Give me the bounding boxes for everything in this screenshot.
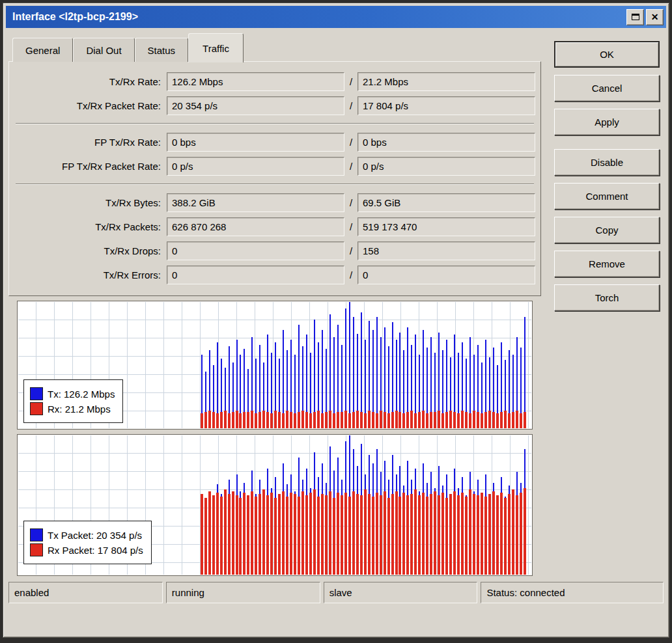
rx-bar xyxy=(484,497,487,575)
rx-bar xyxy=(282,413,285,428)
rx-bar xyxy=(333,413,335,428)
slash-separator: / xyxy=(344,245,357,256)
rx-bar xyxy=(309,493,312,575)
tx-rx-bytes-tx-value: 388.2 GiB xyxy=(167,193,344,212)
rx-bar xyxy=(224,489,227,575)
rx-bar xyxy=(301,411,304,428)
rx-bar xyxy=(274,498,277,575)
fp-tx-rx-rate-tx-value: 0 bps xyxy=(167,133,344,152)
tx-rx-errors-tx-value: 0 xyxy=(167,266,344,284)
rx-bar xyxy=(255,497,257,575)
comment-button[interactable]: Comment xyxy=(554,183,660,210)
packet-rate-graph: Tx Packet: 20 354 p/sRx Packet: 17 804 p… xyxy=(17,434,533,576)
rx-bar xyxy=(481,493,483,575)
titlebar[interactable]: Interface <l2tp-bcp-2199> ✕ xyxy=(6,6,666,28)
rx-bar xyxy=(391,412,394,428)
tab-dial-out[interactable]: Dial Out xyxy=(73,38,134,62)
rx-bar xyxy=(251,491,253,575)
group-separator xyxy=(16,184,534,185)
rx-bar xyxy=(278,412,281,428)
field-row-tx-rx-rate: Tx/Rx Rate:126.2 Mbps/21.2 Mbps xyxy=(14,72,535,91)
fp-tx-rx-packet-rate-tx-value: 0 p/s xyxy=(167,157,344,176)
tx-rx-packets-label: Tx/Rx Packets: xyxy=(14,221,167,232)
legend-label: Rx: 21.2 Mbps xyxy=(48,404,111,415)
rx-bar xyxy=(262,411,265,428)
rx-bar xyxy=(305,495,308,575)
interface-dialog: Interface <l2tp-bcp-2199> ✕ GeneralDial … xyxy=(3,3,669,638)
rx-bar xyxy=(504,498,507,575)
rx-bar xyxy=(266,412,269,428)
rx-bar xyxy=(321,494,324,575)
rx-bar xyxy=(380,495,382,575)
maximize-icon xyxy=(632,14,639,20)
rx-bar xyxy=(290,493,292,575)
rx-bar xyxy=(508,413,511,428)
rx-bar xyxy=(247,412,249,428)
rx-bar xyxy=(228,494,231,575)
rx-bar xyxy=(438,411,440,428)
rx-bar xyxy=(414,489,417,575)
rx-bar xyxy=(364,489,367,575)
rx-bar xyxy=(399,412,401,428)
tx-packet-swatch xyxy=(30,528,43,541)
tab-traffic[interactable]: Traffic xyxy=(188,33,244,62)
cancel-button[interactable]: Cancel xyxy=(554,75,660,102)
rx-bar xyxy=(512,489,514,575)
rx-bar xyxy=(329,491,331,575)
tx-bar xyxy=(349,302,350,428)
tx-rx-drops-tx-value: 0 xyxy=(167,241,344,260)
rx-bar xyxy=(224,411,227,428)
rx-bar xyxy=(216,413,219,428)
tx-bar xyxy=(361,312,362,428)
rx-bar xyxy=(430,494,432,575)
rx-bar xyxy=(465,497,468,575)
rx-bar xyxy=(488,411,491,428)
rx-bar xyxy=(469,413,471,428)
status-panel-running: running xyxy=(166,582,320,603)
rx-bar xyxy=(282,491,285,575)
rx-bar xyxy=(449,494,452,575)
rx-bar xyxy=(344,411,347,428)
rx-bar xyxy=(212,412,215,428)
rx-bar xyxy=(321,413,324,428)
rx-bar xyxy=(449,411,452,428)
rx-bar xyxy=(251,411,253,428)
rx-bar xyxy=(516,411,518,428)
rx-bar xyxy=(239,413,242,428)
remove-button[interactable]: Remove xyxy=(554,251,660,277)
tab-status[interactable]: Status xyxy=(135,38,189,62)
rx-bar xyxy=(294,494,296,575)
disable-button[interactable]: Disable xyxy=(554,149,660,176)
rx-bar xyxy=(286,497,288,575)
copy-button[interactable]: Copy xyxy=(554,217,660,243)
rx-bar xyxy=(441,493,444,575)
traffic-fields-panel: Tx/Rx Rate:126.2 Mbps/21.2 MbpsTx/Rx Pac… xyxy=(8,61,541,296)
apply-button[interactable]: Apply xyxy=(554,109,660,135)
tab-general[interactable]: General xyxy=(12,38,73,62)
rx-bar xyxy=(524,412,526,428)
tx-rx-packet-rate-rx-value: 17 804 p/s xyxy=(357,96,535,115)
rx-bar xyxy=(516,495,518,575)
slash-separator: / xyxy=(344,137,357,148)
slash-separator: / xyxy=(344,100,357,111)
rx-bar xyxy=(461,411,464,428)
rx-bar xyxy=(457,495,460,575)
rx-bar xyxy=(492,412,495,428)
rx-bar xyxy=(236,495,238,575)
rx-bar xyxy=(298,412,300,428)
rx-bar xyxy=(399,497,401,575)
torch-button[interactable]: Torch xyxy=(554,284,660,311)
maximize-button[interactable] xyxy=(626,9,644,25)
rx-swatch xyxy=(30,402,43,415)
rx-bar xyxy=(473,494,475,575)
ok-button[interactable]: OK xyxy=(554,41,660,68)
rx-bar xyxy=(286,411,288,428)
dialog-body: GeneralDial OutStatusTraffic Tx/Rx Rate:… xyxy=(6,28,666,576)
rx-bar xyxy=(477,495,479,575)
rx-bar xyxy=(395,411,398,428)
rx-bar xyxy=(384,412,386,428)
rx-bar xyxy=(360,495,363,575)
rx-bar xyxy=(434,412,436,428)
legend-label: Rx Packet: 17 804 p/s xyxy=(48,545,143,556)
close-button[interactable]: ✕ xyxy=(646,9,664,25)
